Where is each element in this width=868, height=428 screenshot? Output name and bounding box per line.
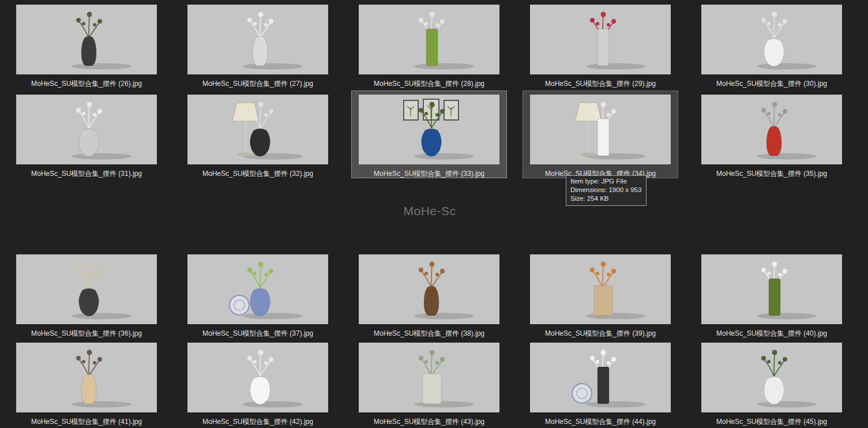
file-info-tooltip: Item type: JPG File Dimensions: 1900 x 9… (566, 175, 647, 206)
file-item[interactable]: MoHeSc_SU模型合集_摆件 (27).jpg (180, 1, 336, 88)
file-item[interactable]: MoHeSc_SU模型合集_摆件 (30).jpg (694, 1, 850, 88)
file-row-3: MoHeSc_SU模型合集_摆件 (36).jpgMoHeSc_SU模型合集_摆… (9, 250, 850, 338)
file-name-label: MoHeSc_SU模型合集_摆件 (39).jpg (545, 329, 656, 337)
file-thumbnail-image[interactable] (16, 254, 157, 324)
file-thumbnail-image[interactable] (359, 5, 499, 74)
file-thumbnail-image[interactable] (359, 95, 499, 164)
file-item[interactable]: MoHeSc_SU模型合集_摆件 (33).jpg (351, 91, 507, 178)
file-thumbnail-image[interactable] (187, 254, 328, 324)
file-name-label: MoHeSc_SU模型合集_摆件 (28).jpg (374, 80, 484, 88)
group-watermark-label: MoHe-Sc (0, 204, 859, 218)
file-name-label: MoHeSc_SU模型合集_摆件 (40).jpg (716, 329, 827, 337)
file-name-label: MoHeSc_SU模型合集_摆件 (35).jpg (716, 170, 827, 178)
file-thumbnail-image[interactable] (187, 343, 328, 412)
file-thumbnail-image[interactable] (530, 95, 671, 164)
file-item[interactable]: MoHeSc_SU模型合集_摆件 (29).jpg (523, 1, 678, 88)
file-name-label: MoHeSc_SU模型合集_摆件 (45).jpg (716, 418, 827, 426)
file-item[interactable]: MoHeSc_SU模型合集_摆件 (39).jpg (523, 250, 678, 338)
file-name-label: MoHeSc_SU模型合集_摆件 (26).jpg (31, 80, 142, 88)
file-thumbnail-image[interactable] (701, 343, 842, 412)
file-item[interactable]: MoHeSc_SU模型合集_摆件 (37).jpg (180, 250, 336, 338)
file-thumbnail-image[interactable] (530, 5, 671, 74)
file-name-label: MoHeSc_SU模型合集_摆件 (29).jpg (545, 80, 656, 88)
tooltip-size: Size: 254 KB (570, 194, 641, 203)
file-thumbnail-image[interactable] (359, 343, 499, 412)
file-item[interactable]: MoHeSc_SU模型合集_摆件 (41).jpg (9, 339, 164, 426)
file-item[interactable]: MoHeSc_SU模型合集_摆件 (35).jpg (694, 91, 850, 178)
file-row-2: MoHeSc_SU模型合集_摆件 (31).jpgMoHeSc_SU模型合集_摆… (9, 91, 850, 178)
file-name-label: MoHeSc_SU模型合集_摆件 (36).jpg (31, 329, 142, 337)
file-thumbnail-image[interactable] (701, 5, 842, 74)
file-thumbnail-image[interactable] (701, 254, 842, 324)
file-item[interactable]: MoHeSc_SU模型合集_摆件 (31).jpg (9, 91, 164, 178)
file-name-label: MoHeSc_SU模型合集_摆件 (33).jpg (374, 170, 484, 178)
file-name-label: MoHeSc_SU模型合集_摆件 (43).jpg (374, 418, 484, 426)
tooltip-dimensions: Dimensions: 1900 x 953 (570, 186, 641, 194)
file-name-label: MoHeSc_SU模型合集_摆件 (37).jpg (202, 329, 313, 337)
file-item[interactable]: MoHeSc_SU模型合集_摆件 (42).jpg (180, 339, 336, 426)
file-row-1: MoHeSc_SU模型合集_摆件 (26).jpgMoHeSc_SU模型合集_摆… (9, 1, 850, 88)
file-name-label: MoHeSc_SU模型合集_摆件 (32).jpg (202, 170, 313, 178)
file-item[interactable]: MoHeSc_SU模型合集_摆件 (36).jpg (9, 250, 164, 338)
file-name-label: MoHeSc_SU模型合集_摆件 (31).jpg (31, 170, 142, 178)
file-name-label: MoHeSc_SU模型合集_摆件 (41).jpg (31, 418, 142, 426)
file-thumbnail-image[interactable] (187, 95, 328, 164)
file-item[interactable]: MoHeSc_SU模型合集_摆件 (34).jpg (523, 91, 678, 178)
file-name-label: MoHeSc_SU模型合集_摆件 (44).jpg (545, 418, 656, 426)
file-item[interactable]: MoHeSc_SU模型合集_摆件 (32).jpg (180, 91, 336, 178)
file-item[interactable]: MoHeSc_SU模型合集_摆件 (26).jpg (9, 1, 164, 88)
file-name-label: MoHeSc_SU模型合集_摆件 (27).jpg (202, 80, 313, 88)
file-item[interactable]: MoHeSc_SU模型合集_摆件 (38).jpg (351, 250, 507, 338)
file-thumbnail-image[interactable] (359, 254, 499, 324)
file-item[interactable]: MoHeSc_SU模型合集_摆件 (45).jpg (694, 339, 850, 426)
file-thumbnail-image[interactable] (16, 5, 157, 74)
file-thumbnail-image[interactable] (16, 343, 157, 412)
file-thumbnail-image[interactable] (530, 254, 671, 324)
file-name-label: MoHeSc_SU模型合集_摆件 (42).jpg (202, 418, 313, 426)
file-item[interactable]: MoHeSc_SU模型合集_摆件 (28).jpg (351, 1, 507, 88)
file-row-4: MoHeSc_SU模型合集_摆件 (41).jpgMoHeSc_SU模型合集_摆… (9, 339, 850, 426)
tooltip-item-type: Item type: JPG File (570, 177, 641, 186)
file-name-label: MoHeSc_SU模型合集_摆件 (30).jpg (716, 80, 827, 88)
file-thumbnail-image[interactable] (530, 343, 671, 412)
file-name-label: MoHeSc_SU模型合集_摆件 (38).jpg (374, 329, 484, 337)
file-thumbnail-image[interactable] (701, 95, 842, 164)
file-thumbnail-image[interactable] (187, 5, 328, 74)
file-thumbnail-image[interactable] (16, 95, 157, 164)
file-item[interactable]: MoHeSc_SU模型合集_摆件 (40).jpg (694, 250, 850, 338)
file-item[interactable]: MoHeSc_SU模型合集_摆件 (43).jpg (351, 339, 507, 426)
file-item[interactable]: MoHeSc_SU模型合集_摆件 (44).jpg (523, 339, 678, 426)
